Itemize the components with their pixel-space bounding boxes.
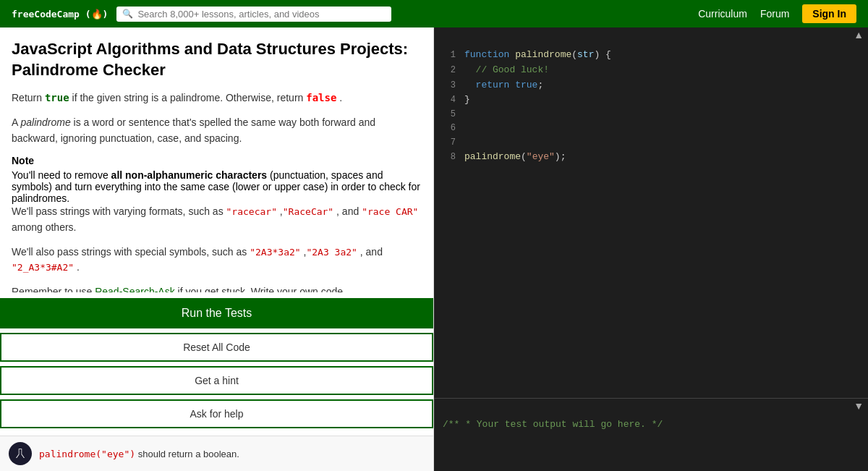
line-content: return true; xyxy=(464,78,543,93)
search-icon: 🔍 xyxy=(122,9,133,19)
line-number: 2 xyxy=(440,64,456,77)
inline-false: false xyxy=(306,92,336,103)
code-line: 8palindrome("eye"); xyxy=(434,150,868,165)
main-content: JavaScript Algorithms and Data Structure… xyxy=(0,27,868,471)
code-line: 1function palindrome(str) { xyxy=(434,48,868,63)
status-message: palindrome("eye") should return a boolea… xyxy=(39,449,239,459)
page-title: JavaScript Algorithms and Data Structure… xyxy=(12,39,422,80)
line-number: 6 xyxy=(440,122,456,135)
para1-mid: if the given string is a palindrome. Oth… xyxy=(69,92,307,103)
code-line: 2 // Good luck! xyxy=(434,63,868,78)
code-line: 3 return true; xyxy=(434,78,868,93)
para5-comma2: , and xyxy=(357,246,383,258)
description-para2: A palindrome is a word or sentence that'… xyxy=(12,115,422,146)
para4-racecar2: "RaceCar" xyxy=(283,206,333,217)
palindrome-italic: palindrome xyxy=(20,116,70,128)
para1-end: . xyxy=(336,92,342,103)
line-number: 5 xyxy=(440,108,456,122)
para2-pre: A xyxy=(12,116,20,128)
get-hint-button[interactable]: Get a hint xyxy=(0,366,433,395)
header: freeCodeCamp (🔥) 🔍 Curriculum Forum Sign… xyxy=(0,0,868,27)
code-line: 6 xyxy=(434,122,868,135)
forum-link[interactable]: Forum xyxy=(760,8,789,20)
para5-end: . xyxy=(74,261,80,273)
para4-pre: We'll pass strings with varying formats,… xyxy=(12,205,226,217)
scroll-up-button[interactable]: ▲ xyxy=(852,29,865,41)
nav-links: Curriculum Forum Sign In xyxy=(698,4,856,23)
status-code: palindrome("eye") xyxy=(39,449,135,459)
para6-pre: Remember to use xyxy=(12,286,95,292)
description-para6: Remember to use Read-Search-Ask if you g… xyxy=(12,284,422,292)
ask-help-button[interactable]: Ask for help xyxy=(0,399,433,428)
note-body: You'll need to remove xyxy=(12,169,111,181)
para5-s1: "2A3*3a2" xyxy=(250,247,300,258)
status-text: should return a boolean. xyxy=(138,449,239,459)
inline-true: true xyxy=(45,92,69,103)
reset-code-button[interactable]: Reset All Code xyxy=(0,333,433,362)
left-panel: JavaScript Algorithms and Data Structure… xyxy=(0,27,434,471)
status-icon xyxy=(9,442,32,465)
line-number: 7 xyxy=(440,136,456,150)
para4-comma2: , and xyxy=(333,205,362,217)
note-heading: Note xyxy=(12,155,422,166)
description-para4: We'll pass strings with varying formats,… xyxy=(12,204,422,235)
code-line: 7 xyxy=(434,136,868,150)
run-tests-button[interactable]: Run the Tests xyxy=(0,298,433,328)
para4-comma1: , xyxy=(277,205,283,217)
para5-s2: "2A3 3a2" xyxy=(306,247,357,258)
line-number: 4 xyxy=(440,93,456,107)
signin-button[interactable]: Sign In xyxy=(802,4,856,23)
description-para5: We'll also pass strings with special sym… xyxy=(12,245,422,276)
flask-icon xyxy=(14,447,27,460)
read-search-ask-link[interactable]: Read-Search-Ask xyxy=(95,286,175,292)
right-panel: ▲ 1function palindrome(str) {2 // Good l… xyxy=(434,27,868,471)
output-area: /** * Your test output will go here. */ xyxy=(434,413,868,471)
logo[interactable]: freeCodeCamp (🔥) xyxy=(12,9,108,20)
para4-end: among others. xyxy=(12,221,77,233)
editor-scroll-bottom: ▼ xyxy=(434,399,868,413)
code-editor[interactable]: 1function palindrome(str) {2 // Good luc… xyxy=(434,42,868,398)
para4-racecar: "racecar" xyxy=(226,206,277,217)
para6-end: if you get stuck. Write your own code. xyxy=(175,286,346,292)
para1-pre: Return xyxy=(12,92,45,103)
para4-race-car: "race CAR" xyxy=(362,206,418,217)
line-content: function palindrome(str) { xyxy=(464,48,611,63)
line-content: // Good luck! xyxy=(464,63,549,78)
line-number: 8 xyxy=(440,150,456,164)
description-area: JavaScript Algorithms and Data Structure… xyxy=(0,27,433,292)
line-content: palindrome("eye"); xyxy=(464,150,566,165)
button-area: Run the Tests Reset All Code Get a hint … xyxy=(0,292,433,436)
code-line: 4} xyxy=(434,93,868,108)
curriculum-link[interactable]: Curriculum xyxy=(698,8,747,20)
code-line: 5 xyxy=(434,108,868,122)
status-bar: palindrome("eye") should return a boolea… xyxy=(0,436,433,471)
scroll-down-button[interactable]: ▼ xyxy=(852,400,865,412)
search-input[interactable] xyxy=(137,9,386,20)
note-bold: all non-alphanumeric characters xyxy=(111,169,268,181)
editor-scroll-top: ▲ xyxy=(434,27,868,42)
line-number: 3 xyxy=(440,79,456,93)
para5-s3: "2_A3*3#A2" xyxy=(12,262,74,273)
line-number: 1 xyxy=(440,48,456,62)
line-content: } xyxy=(464,93,470,108)
para5-pre: We'll also pass strings with special sym… xyxy=(12,246,250,258)
description-para1: Return true if the given string is a pal… xyxy=(12,90,422,106)
search-bar[interactable]: 🔍 xyxy=(116,7,391,22)
